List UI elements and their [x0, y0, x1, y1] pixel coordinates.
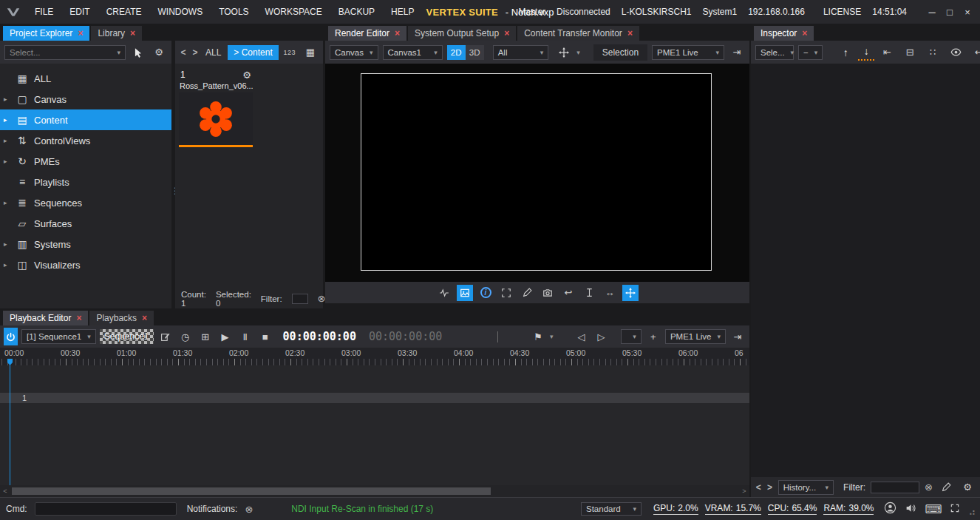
tab-content-transfer-monitor[interactable]: Content Transfer Monitor ×	[517, 26, 639, 41]
timeline-ticks[interactable]	[0, 359, 749, 365]
resize-grip-icon[interactable]: ⣠	[968, 504, 976, 515]
move-down-icon[interactable]: ↓	[858, 44, 874, 61]
render-viewport[interactable]	[325, 64, 749, 282]
chevron-down-icon[interactable]: ▾	[550, 333, 554, 340]
menu-create[interactable]: CREATE	[98, 7, 150, 17]
sort-numeric-icon[interactable]: 123	[283, 49, 296, 56]
expand-chevron-icon[interactable]: ▸	[4, 199, 13, 206]
menu-edit[interactable]: EDIT	[61, 7, 98, 17]
move-tool-icon[interactable]	[556, 44, 572, 61]
breadcrumb-content[interactable]: > Content	[228, 45, 278, 60]
content-item-card[interactable]: 1 ⚙ Ross_Pattern_v06...	[179, 68, 253, 147]
grid-dots-icon[interactable]: ∷	[925, 44, 941, 61]
inspector-mode-dropdown[interactable]: − ▾	[798, 45, 823, 60]
history-dropdown[interactable]: History... ▾	[778, 480, 834, 495]
tab-playbacks[interactable]: Playbacks ×	[89, 311, 154, 325]
center-vertical-icon[interactable]	[581, 285, 597, 301]
dock-left-icon[interactable]: ⇤	[879, 44, 895, 61]
expand-chevron-icon[interactable]: ▸	[4, 137, 13, 144]
play-button[interactable]: ▶	[217, 328, 234, 345]
close-tab-icon[interactable]: ×	[627, 28, 633, 38]
fit-width-icon[interactable]: ↔	[602, 285, 618, 301]
tab-project-explorer[interactable]: Project Explorer ×	[3, 26, 89, 41]
close-tab-icon[interactable]: ×	[802, 28, 807, 38]
screenshot-icon[interactable]	[540, 285, 556, 301]
sequence-name-field[interactable]: Sequence1	[100, 329, 154, 344]
clear-filter-icon[interactable]: ⊗	[318, 293, 326, 304]
sequence-dropdown[interactable]: [1] Sequence1 ▾	[21, 329, 96, 344]
tab-system-output-setup[interactable]: System Output Setup ×	[408, 26, 516, 41]
timeline-tracks-area[interactable]: 1	[0, 365, 749, 485]
expand-chevron-icon[interactable]: ▸	[4, 95, 13, 103]
tree-item-canvas[interactable]: ▸ ▢ Canvas	[0, 89, 171, 109]
menu-tools[interactable]: TOOLS	[211, 7, 256, 17]
canvas-output-rect[interactable]	[361, 73, 712, 271]
gear-icon[interactable]: ⚙	[959, 479, 976, 496]
history-back-icon[interactable]: <	[755, 482, 761, 493]
dock-panel-icon[interactable]: ⇥	[729, 44, 745, 61]
expand-chevron-icon[interactable]: ▸	[4, 158, 13, 165]
close-tab-icon[interactable]: ×	[130, 28, 135, 38]
info-overlay-icon[interactable]: i	[477, 285, 494, 301]
timeline-ruler[interactable]: 00:00 00:30 01:00 01:30 02:00 02:30 03:0…	[0, 348, 749, 359]
keyboard-icon[interactable]: ⌨	[925, 502, 942, 516]
chevron-down-icon[interactable]: ▾	[576, 49, 580, 56]
dock-panel-icon[interactable]: ⇥	[729, 328, 746, 345]
tree-item-pmes[interactable]: ▸ ↻ PMEs	[0, 151, 171, 172]
history-forward-icon[interactable]: >	[766, 482, 772, 493]
scroll-right-icon[interactable]: >	[739, 485, 749, 497]
previous-cue-icon[interactable]: ◁	[574, 328, 590, 345]
pan-tool-icon[interactable]	[622, 285, 639, 301]
nav-all-button[interactable]: ALL	[203, 47, 223, 58]
edit-icon[interactable]	[938, 479, 954, 496]
show-content-icon[interactable]	[457, 285, 473, 301]
collapse-all-icon[interactable]: ⊟	[902, 44, 918, 61]
gear-icon[interactable]: ⚙	[151, 44, 167, 61]
view-2d-button[interactable]: 2D	[447, 45, 466, 60]
clear-filter-icon[interactable]: ⊗	[925, 482, 933, 493]
pause-button[interactable]: Ⅱ	[237, 328, 253, 345]
scroll-left-icon[interactable]: <	[0, 485, 10, 497]
filter-all-dropdown[interactable]: All ▾	[493, 45, 549, 60]
tree-item-visualizers[interactable]: ▸ ◫ Visualizers	[0, 254, 171, 275]
tree-item-sequences[interactable]: ▸ ≣ Sequences	[0, 192, 171, 213]
item-thumbnail[interactable]	[179, 92, 253, 147]
performance-graph-icon[interactable]	[436, 285, 452, 301]
minimize-button[interactable]: ─	[924, 4, 940, 19]
loop-time-icon[interactable]: ◷	[177, 328, 194, 345]
cue-flag-icon[interactable]: ⚑	[530, 328, 546, 345]
close-tab-icon[interactable]: ×	[395, 28, 400, 38]
item-gear-icon[interactable]: ⚙	[242, 70, 251, 81]
expand-chevron-icon[interactable]: ▸	[4, 116, 13, 124]
add-cue-icon[interactable]: +	[645, 328, 661, 345]
move-up-icon[interactable]: ↑	[837, 44, 854, 61]
select-dropdown[interactable]: Select... ▾	[4, 45, 126, 60]
track-lane[interactable]	[0, 393, 749, 403]
menu-windows[interactable]: WINDOWS	[149, 7, 211, 17]
cue-select-dropdown[interactable]: ▾	[621, 329, 642, 344]
canvas-select-dropdown[interactable]: Canvas1 ▾	[383, 45, 443, 60]
close-tab-icon[interactable]: ×	[78, 28, 83, 38]
tab-playback-editor[interactable]: Playback Editor ×	[3, 311, 88, 325]
command-input[interactable]	[35, 502, 177, 516]
expand-chevron-icon[interactable]: ▸	[4, 240, 13, 248]
tree-item-playlists[interactable]: ≡ Playlists	[0, 172, 171, 192]
profile-dropdown[interactable]: Standard ▾	[581, 502, 642, 516]
nav-forward-icon[interactable]: >	[191, 47, 199, 58]
grid-view-icon[interactable]: ▦	[302, 44, 319, 61]
eye-icon[interactable]	[947, 44, 964, 61]
stop-button[interactable]: ■	[257, 328, 273, 345]
safe-frame-icon[interactable]	[498, 285, 514, 301]
inspector-filter-input[interactable]	[871, 482, 919, 493]
close-tab-icon[interactable]: ×	[504, 28, 509, 38]
tree-item-surfaces[interactable]: ▱ Surfaces	[0, 213, 171, 234]
menu-file[interactable]: FILE	[27, 7, 61, 17]
tree-item-systems[interactable]: ▸ ▥ Systems	[0, 234, 171, 254]
tree-item-content[interactable]: ▸ ▤ Content	[0, 109, 171, 130]
canvas-type-dropdown[interactable]: Canvas ▾	[330, 45, 378, 60]
expand-chevron-icon[interactable]: ▸	[4, 261, 13, 269]
fit-timeline-icon[interactable]: ⊞	[197, 328, 214, 345]
draw-tool-icon[interactable]	[519, 285, 535, 301]
maximize-button[interactable]: □	[942, 4, 958, 19]
timeline-scrollbar[interactable]: < >	[0, 485, 749, 497]
